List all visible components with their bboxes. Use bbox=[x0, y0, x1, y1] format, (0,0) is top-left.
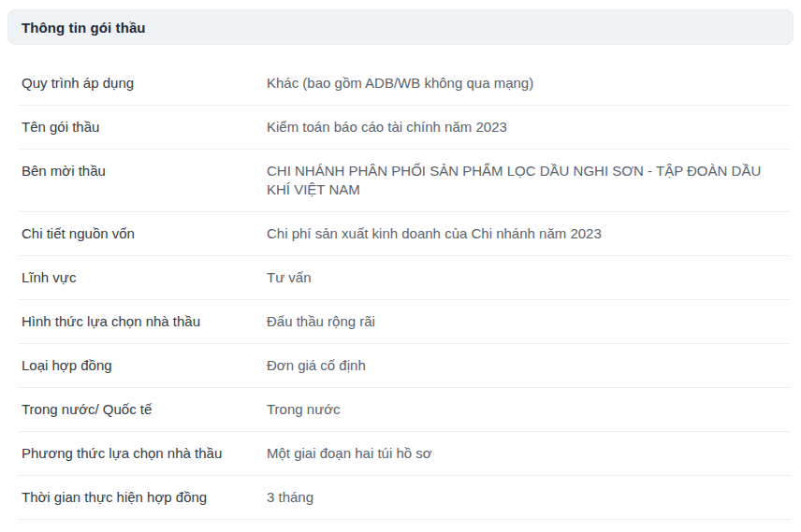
table-row: Thời gian thực hiện hợp đồng 3 tháng bbox=[19, 476, 790, 520]
table-row: Phương thức lựa chọn nhà thầu Một giai đ… bbox=[19, 432, 790, 476]
row-label: Trong nước/ Quốc tế bbox=[19, 400, 267, 419]
row-label: Thời gian thực hiện hợp đồng bbox=[19, 488, 267, 507]
panel-title: Thông tin gói thầu bbox=[22, 20, 146, 36]
row-value: Đơn giá cố định bbox=[267, 356, 790, 375]
row-value: Khác (bao gồm ADB/WB không qua mạng) bbox=[267, 74, 790, 93]
table-row: Hình thức lựa chọn nhà thầu Đấu thầu rộn… bbox=[19, 300, 790, 344]
panel-header: Thông tin gói thầu bbox=[7, 9, 794, 45]
tender-info-table: Quy trình áp dụng Khác (bao gồm ADB/WB k… bbox=[19, 62, 790, 520]
row-value: Trong nước bbox=[267, 400, 790, 419]
row-label: Lĩnh vực bbox=[19, 268, 267, 287]
row-value: 3 tháng bbox=[267, 488, 790, 507]
row-label: Tên gói thầu bbox=[19, 118, 267, 137]
row-label: Quy trình áp dụng bbox=[19, 74, 267, 93]
row-value: Tư vấn bbox=[267, 268, 790, 287]
table-row: Tên gói thầu Kiểm toán báo cáo tài chính… bbox=[19, 106, 790, 150]
row-label: Chi tiết nguồn vốn bbox=[19, 224, 267, 243]
table-row: Loại hợp đồng Đơn giá cố định bbox=[19, 344, 790, 388]
row-value: CHI NHÁNH PHÂN PHỐI SẢN PHẨM LỌC DẦU NGH… bbox=[267, 162, 790, 199]
row-label: Phương thức lựa chọn nhà thầu bbox=[19, 444, 267, 463]
table-row: Bên mời thầu CHI NHÁNH PHÂN PHỐI SẢN PHẨ… bbox=[19, 150, 790, 212]
table-row: Trong nước/ Quốc tế Trong nước bbox=[19, 388, 790, 432]
table-row: Quy trình áp dụng Khác (bao gồm ADB/WB k… bbox=[19, 62, 790, 106]
row-value: Kiểm toán báo cáo tài chính năm 2023 bbox=[267, 118, 790, 137]
row-label: Hình thức lựa chọn nhà thầu bbox=[19, 312, 267, 331]
row-value: Đấu thầu rộng rãi bbox=[267, 312, 790, 331]
row-value: Chi phí sản xuất kinh doanh của Chi nhán… bbox=[267, 224, 790, 243]
table-row: Lĩnh vực Tư vấn bbox=[19, 256, 790, 300]
row-label: Bên mời thầu bbox=[19, 162, 267, 180]
row-label: Loại hợp đồng bbox=[19, 356, 267, 375]
row-value: Một giai đoạn hai túi hồ sơ bbox=[267, 444, 790, 463]
table-row: Chi tiết nguồn vốn Chi phí sản xuất kinh… bbox=[19, 212, 790, 256]
